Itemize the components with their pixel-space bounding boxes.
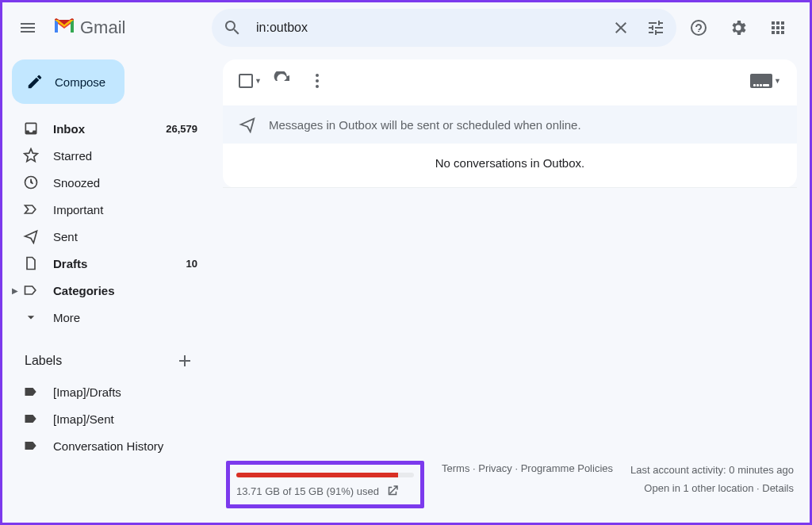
outbox-banner: Messages in Outbox will be sent or sched… (223, 105, 797, 144)
nav-sent[interactable]: Sent (12, 223, 210, 250)
empty-state: No conversations in Outbox. (223, 144, 797, 188)
header-actions (680, 9, 803, 47)
nav-count: 10 (186, 258, 197, 270)
plus-icon (175, 351, 194, 370)
label-item[interactable]: [Imap]/Drafts (12, 378, 210, 405)
menu-icon (18, 18, 37, 37)
chevron-down-icon (23, 309, 39, 325)
sent-icon (239, 116, 256, 133)
activity-line: Last account activity: 0 minutes ago (630, 461, 794, 479)
label-item[interactable]: Conversation History (12, 432, 210, 459)
storage-text: 13.71 GB of 15 GB (91%) used (236, 485, 379, 497)
tune-icon (646, 18, 665, 37)
checkbox-icon (239, 74, 253, 88)
activity-info: Last account activity: 0 minutes ago Ope… (630, 461, 794, 498)
caret-right-icon[interactable]: ▶ (12, 286, 20, 295)
search-icon (223, 18, 242, 37)
nav-more[interactable]: More (12, 304, 210, 331)
nav-categories[interactable]: Categories (20, 277, 210, 304)
refresh-icon (273, 71, 292, 90)
gear-icon (729, 18, 748, 37)
label-item[interactable]: [Imap]/Sent (12, 405, 210, 432)
star-icon (23, 148, 39, 163)
important-icon (23, 201, 39, 217)
nav-label: Categories (53, 284, 197, 297)
file-icon (23, 255, 39, 271)
labels-list: [Imap]/Drafts [Imap]/Sent Conversation H… (12, 378, 210, 459)
label-text: Conversation History (53, 439, 197, 453)
search-bar[interactable] (212, 9, 676, 47)
clock-icon (23, 174, 39, 190)
inbox-icon (23, 121, 39, 136)
compose-label: Compose (55, 75, 105, 89)
keyboard-icon (750, 74, 772, 88)
chevron-down-icon: ▼ (774, 77, 781, 85)
help-icon (689, 18, 708, 37)
nav-list: Inbox 26,579 Starred Snoozed Important (12, 115, 210, 331)
clear-search-button[interactable] (605, 12, 637, 44)
privacy-link[interactable]: Privacy (478, 462, 512, 474)
header: Gmail (2, 2, 810, 53)
nav-important[interactable]: Important (12, 196, 210, 223)
app-name: Gmail (80, 17, 125, 38)
compose-button[interactable]: Compose (12, 59, 124, 104)
label-icon (23, 438, 39, 454)
labels-title: Labels (25, 354, 62, 368)
nav-label: More (53, 311, 197, 324)
label-icon (23, 384, 39, 400)
more-vert-icon (308, 71, 327, 90)
label-text: [Imap]/Drafts (53, 385, 197, 399)
add-label-button[interactable] (174, 350, 196, 372)
sidebar: Compose Inbox 26,579 Starred Snoozed (2, 53, 216, 523)
label-text: [Imap]/Sent (53, 412, 197, 426)
banner-text: Messages in Outbox will be sent or sched… (269, 118, 581, 132)
input-tools-button[interactable]: ▼ (747, 71, 784, 91)
nav-categories-row: ▶ Categories (12, 277, 210, 304)
main-menu-button[interactable] (9, 9, 47, 47)
labels-header: Labels (12, 331, 210, 378)
nav-label: Snoozed (53, 176, 197, 190)
footer-links: Terms · Privacy · Programme Policies (440, 461, 615, 477)
nav-label: Starred (53, 149, 197, 163)
support-button[interactable] (680, 9, 718, 47)
sent-icon (23, 228, 39, 244)
activity-locations: Open in 1 other location (644, 482, 753, 494)
gmail-logo[interactable]: Gmail (50, 17, 209, 38)
nav-label: Drafts (53, 257, 172, 270)
programme-link[interactable]: Programme Policies (521, 462, 613, 474)
select-all[interactable]: ▼ (236, 71, 265, 91)
nav-inbox[interactable]: Inbox 26,579 (12, 115, 210, 142)
nav-label: Important (53, 203, 197, 217)
details-link[interactable]: Details (762, 482, 794, 494)
categories-icon (23, 282, 39, 298)
more-button[interactable] (300, 62, 335, 100)
pencil-icon (26, 73, 44, 90)
svg-point-1 (316, 74, 319, 77)
nav-label: Sent (53, 230, 197, 243)
settings-button[interactable] (719, 9, 757, 47)
storage-widget: 13.71 GB of 15 GB (91%) used (226, 461, 424, 508)
search-button[interactable] (216, 12, 248, 44)
storage-progress (236, 473, 414, 477)
footer: 13.71 GB of 15 GB (91%) used Terms · Pri… (223, 453, 797, 516)
svg-point-2 (316, 79, 319, 82)
label-icon (23, 411, 39, 427)
nav-count: 26,579 (166, 123, 197, 135)
nav-drafts[interactable]: Drafts 10 (12, 250, 210, 277)
toolbar: ▼ ▼ (223, 59, 797, 102)
apps-icon (768, 18, 787, 37)
nav-starred[interactable]: Starred (12, 142, 210, 169)
chevron-down-icon[interactable]: ▼ (255, 77, 262, 85)
svg-point-3 (316, 85, 319, 88)
nav-label: Inbox (53, 122, 151, 136)
refresh-button[interactable] (265, 62, 300, 100)
gmail-m-icon (53, 17, 75, 38)
search-input[interactable] (251, 21, 602, 35)
terms-link[interactable]: Terms (442, 462, 469, 474)
apps-button[interactable] (759, 9, 797, 47)
main-panel: ▼ ▼ Messages in Outbox (216, 53, 810, 523)
open-in-new-icon[interactable] (385, 484, 400, 498)
search-options-button[interactable] (640, 12, 672, 44)
nav-snoozed[interactable]: Snoozed (12, 169, 210, 196)
close-icon (611, 18, 630, 37)
